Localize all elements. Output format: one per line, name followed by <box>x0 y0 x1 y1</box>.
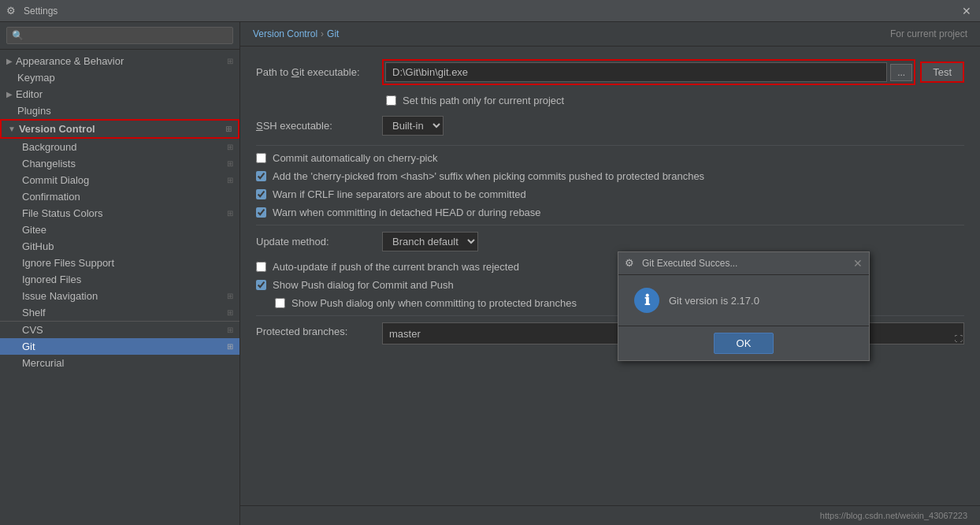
dialog-close-icon[interactable]: ✕ <box>853 257 863 270</box>
auto-update-checkbox[interactable] <box>256 262 266 272</box>
sidebar-item-label: Issue Navigation <box>22 290 227 302</box>
bottom-bar: https://blog.csdn.net/weixin_43067223 <box>240 505 980 525</box>
bottom-url: https://blog.csdn.net/weixin_43067223 <box>820 511 967 520</box>
show-push-checkbox[interactable] <box>256 280 266 290</box>
content-area: Version Control › Git For current projec… <box>240 22 980 525</box>
sidebar-item-label: Commit Dialog <box>22 174 227 186</box>
breadcrumb-git[interactable]: Git <box>327 28 339 39</box>
sidebar-item-github[interactable]: GitHub <box>0 238 239 255</box>
sidebar-item-shelf[interactable]: Shelf ⊞ <box>0 304 239 322</box>
sidebar-icon-right: ⊞ <box>227 176 233 184</box>
sidebar-item-cvs[interactable]: CVS ⊞ <box>0 322 239 338</box>
sidebar-item-label: GitHub <box>22 240 233 252</box>
sidebar-item-label: File Status Colors <box>22 207 227 219</box>
dialog-message: Git version is 2.17.0 <box>669 295 759 307</box>
detached-head-checkbox[interactable] <box>256 207 266 218</box>
breadcrumb-for-project: For current project <box>890 28 967 39</box>
sidebar-item-ignore-files[interactable]: Ignore Files Support <box>0 255 239 271</box>
sidebar-search-area <box>0 22 239 50</box>
auto-commit-checkbox[interactable] <box>256 153 266 163</box>
sidebar-icon-right: ⊞ <box>227 57 233 65</box>
search-input[interactable] <box>6 27 233 44</box>
settings-icon: ⚙ <box>6 5 19 17</box>
crlf-checkbox[interactable] <box>256 189 266 199</box>
dialog-title: Git Executed Succes... <box>642 258 853 269</box>
sidebar-item-label: Background <box>22 141 227 153</box>
test-button[interactable]: Test <box>920 61 964 83</box>
expand-icon[interactable]: ⛶ <box>955 334 963 343</box>
sidebar-item-plugins[interactable]: Plugins <box>0 102 239 119</box>
crlf-label: Warn if CRLF line separators are about t… <box>273 188 526 200</box>
set-path-checkbox[interactable] <box>386 95 396 106</box>
update-label: Update method: <box>256 236 382 248</box>
breadcrumb-vc[interactable]: Version Control <box>253 28 317 39</box>
sidebar-icon-right: ⊞ <box>227 326 233 334</box>
path-label: Path to Git executable: <box>256 66 382 78</box>
sidebar-item-commit-dialog[interactable]: Commit Dialog ⊞ <box>0 172 239 188</box>
sidebar-item-issue-navigation[interactable]: Issue Navigation ⊞ <box>0 288 239 304</box>
dialog-footer: OK <box>618 326 869 360</box>
breadcrumb: Version Control › Git For current projec… <box>240 22 980 47</box>
info-icon: ℹ <box>634 288 659 313</box>
title-bar: ⚙ Settings ✕ <box>0 0 980 22</box>
sidebar-item-confirmation[interactable]: Confirmation <box>0 188 239 205</box>
sidebar-item-label: Plugins <box>6 105 233 117</box>
update-select[interactable]: Branch default Merge Rebase <box>382 232 478 251</box>
auto-commit-row: Commit automatically on cherry-pick <box>256 152 964 164</box>
update-row: Update method: Branch default Merge Reba… <box>256 232 964 251</box>
sidebar: ▶ Appearance & Behavior ⊞ Keymap ▶ Edito… <box>0 22 240 525</box>
sidebar-icon-right: ⊞ <box>225 125 232 133</box>
auto-commit-label: Commit automatically on cherry-pick <box>273 152 438 164</box>
sidebar-item-changelists[interactable]: Changelists ⊞ <box>0 155 239 172</box>
sidebar-tree: ▶ Appearance & Behavior ⊞ Keymap ▶ Edito… <box>0 50 239 525</box>
cherry-pick-label: Add the 'cherry-picked from <hash>' suff… <box>273 170 704 182</box>
ssh-row: SSH executable: Built-in Native <box>256 116 964 136</box>
cherry-pick-row: Add the 'cherry-picked from <hash>' suff… <box>256 170 964 182</box>
success-dialog: ⚙ Git Executed Succes... ✕ ℹ Git version… <box>618 251 870 361</box>
dialog-body: ℹ Git version is 2.17.0 <box>618 275 869 326</box>
sidebar-item-keymap[interactable]: Keymap <box>0 69 239 86</box>
sidebar-icon-right: ⊞ <box>227 308 233 317</box>
sidebar-item-git[interactable]: Git ⊞ <box>0 338 239 355</box>
show-push-only-label: Show Push dialog only when committing to… <box>291 297 577 309</box>
path-form-row: Path to Git executable: D:\Git\bin\git.e… <box>256 59 964 85</box>
crlf-row: Warn if CRLF line separators are about t… <box>256 188 964 200</box>
breadcrumb-separator: › <box>321 28 324 39</box>
sidebar-item-background[interactable]: Background ⊞ <box>0 139 239 155</box>
close-icon[interactable]: ✕ <box>960 4 974 18</box>
section-divider <box>256 145 964 146</box>
path-browse-button[interactable]: ... <box>890 64 912 81</box>
title-bar-title: Settings <box>24 6 58 17</box>
sidebar-item-gitee[interactable]: Gitee <box>0 222 239 238</box>
sidebar-item-label: Keymap <box>6 72 233 84</box>
sidebar-item-label: Mercurial <box>22 357 233 369</box>
detached-head-label: Warn when committing in detached HEAD or… <box>273 207 541 218</box>
sidebar-icon-right: ⊞ <box>227 143 233 151</box>
detached-head-row: Warn when committing in detached HEAD or… <box>256 207 964 218</box>
ssh-label: SSH executable: <box>256 120 382 132</box>
sidebar-item-mercurial[interactable]: Mercurial <box>0 355 239 371</box>
section-divider-2 <box>256 225 964 225</box>
sidebar-item-label: Gitee <box>22 224 233 236</box>
sidebar-item-label: Changelists <box>22 158 227 169</box>
path-field-container: D:\Git\bin\git.exe ... <box>382 59 915 85</box>
settings-content: Path to Git executable: D:\Git\bin\git.e… <box>240 47 980 505</box>
main-layout: ▶ Appearance & Behavior ⊞ Keymap ▶ Edito… <box>0 22 980 525</box>
show-push-only-checkbox[interactable] <box>275 298 285 308</box>
dialog-title-bar: ⚙ Git Executed Succes... ✕ <box>618 252 869 275</box>
ssh-select[interactable]: Built-in Native <box>382 116 444 136</box>
sidebar-item-version-control[interactable]: ▼ Version Control ⊞ <box>0 119 239 139</box>
sidebar-item-ignored-files[interactable]: Ignored Files <box>0 271 239 288</box>
cherry-pick-checkbox[interactable] <box>256 171 266 181</box>
sidebar-item-editor[interactable]: ▶ Editor <box>0 86 239 102</box>
dialog-ok-button[interactable]: OK <box>714 333 774 354</box>
sidebar-item-appearance[interactable]: ▶ Appearance & Behavior ⊞ <box>0 53 239 69</box>
protected-label: Protected branches: <box>256 326 382 337</box>
path-label-underline: G <box>291 66 299 78</box>
sidebar-item-label: CVS <box>22 324 227 336</box>
path-input[interactable]: D:\Git\bin\git.exe <box>385 62 887 82</box>
sidebar-icon-right: ⊞ <box>227 209 233 218</box>
sidebar-item-label: Ignore Files Support <box>22 257 233 269</box>
sidebar-item-label: Git <box>22 341 227 352</box>
sidebar-item-file-status-colors[interactable]: File Status Colors ⊞ <box>0 205 239 222</box>
